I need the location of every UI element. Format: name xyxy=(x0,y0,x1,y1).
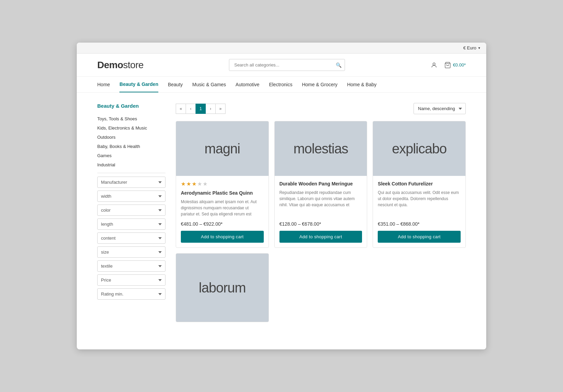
product-card-1: magni ★ ★ ★ ★ ★ Aerodynamic Plastic Sea … xyxy=(176,121,269,248)
filter-content[interactable]: content xyxy=(97,232,165,244)
navigation: Home Beauty & Garden Beauty Music & Game… xyxy=(77,77,486,93)
product-body-2: Durable Wooden Pang Meringue Repudiandae… xyxy=(275,176,367,247)
star-1-1: ★ xyxy=(181,181,186,187)
filter-width[interactable]: width xyxy=(97,191,165,202)
browser-window: € Euro Demostore 🔍 €0.00* Home Beauty & … xyxy=(77,43,486,349)
star-1-2: ★ xyxy=(186,181,191,187)
nav-home-baby[interactable]: Home & Baby xyxy=(347,77,376,92)
product-body-3: Sleek Cotton Futurelizer Qui aut quia ac… xyxy=(373,176,465,247)
product-desc-1: Molestias aliquam amet ipsam non et. Aut… xyxy=(181,199,264,217)
product-name-1: Aerodynamic Plastic Sea Quinn xyxy=(181,190,264,196)
products-grid: magni ★ ★ ★ ★ ★ Aerodynamic Plastic Sea … xyxy=(176,121,466,322)
sidebar: Beauty & Garden Toys, Tools & Shoes Kids… xyxy=(97,103,165,322)
sidebar-item-baby[interactable]: Baby, Books & Health xyxy=(97,142,165,151)
product-image-text-3: explicabo xyxy=(392,141,447,156)
currency-selector[interactable]: € Euro xyxy=(463,45,481,50)
product-card-2: molestias Durable Wooden Pang Meringue R… xyxy=(274,121,367,248)
product-image-2: molestias xyxy=(275,121,367,176)
filter-manufacturer[interactable]: Manufacturer xyxy=(97,177,165,188)
sidebar-item-kids[interactable]: Kids, Electronics & Music xyxy=(97,123,165,133)
nav-electronics[interactable]: Electronics xyxy=(269,77,292,92)
add-to-cart-1[interactable]: Add to shopping cart xyxy=(181,231,264,243)
main-content: Beauty & Garden Toys, Tools & Shoes Kids… xyxy=(77,93,486,332)
nav-home[interactable]: Home xyxy=(97,77,110,92)
product-card-4: laborum xyxy=(176,253,269,322)
product-desc-2: Repudiandae impedit repudiandae cum simi… xyxy=(279,190,362,217)
product-image-1: magni xyxy=(176,121,269,176)
search-bar: 🔍 xyxy=(229,59,345,71)
product-image-text-4: laborum xyxy=(199,280,246,296)
add-to-cart-3[interactable]: Add to shopping cart xyxy=(378,231,461,243)
product-desc-3: Qui aut quia accusamus velit. Odit esse … xyxy=(378,190,461,217)
nav-beauty[interactable]: Beauty xyxy=(168,77,183,92)
product-price-1: €481.00 – €922.00* xyxy=(181,221,264,227)
search-input[interactable] xyxy=(229,59,345,71)
page-first[interactable]: « xyxy=(176,104,186,114)
filter-textile[interactable]: textile xyxy=(97,260,165,272)
add-to-cart-2[interactable]: Add to shopping cart xyxy=(279,231,362,243)
sidebar-item-industrial[interactable]: Industrial xyxy=(97,160,165,169)
page-next[interactable]: › xyxy=(205,104,216,114)
filter-size[interactable]: size xyxy=(97,246,165,258)
top-bar: € Euro xyxy=(77,43,486,54)
search-icon: 🔍 xyxy=(336,62,342,68)
star-1-4: ★ xyxy=(197,181,202,187)
sidebar-item-toys[interactable]: Toys, Tools & Shoes xyxy=(97,114,165,123)
products-top: « ‹ 1 › » Name, descending Name, ascendi… xyxy=(176,103,466,114)
filter-price[interactable]: Price xyxy=(97,274,165,286)
sidebar-item-games[interactable]: Games xyxy=(97,151,165,160)
page-current[interactable]: 1 xyxy=(196,104,206,114)
logo-bold: Demo xyxy=(97,60,123,70)
pagination: « ‹ 1 › » xyxy=(176,104,225,114)
product-body-1: ★ ★ ★ ★ ★ Aerodynamic Plastic Sea Quinn … xyxy=(176,176,269,247)
page-prev[interactable]: ‹ xyxy=(186,104,196,114)
product-price-3: €351.00 – €868.00* xyxy=(378,221,461,227)
sort-select[interactable]: Name, descending Name, ascending Price, … xyxy=(414,103,466,114)
header: Demostore 🔍 €0.00* xyxy=(77,54,486,77)
filter-length[interactable]: length xyxy=(97,218,165,230)
product-stars-1: ★ ★ ★ ★ ★ xyxy=(181,181,264,187)
nav-automotive[interactable]: Automotive xyxy=(235,77,259,92)
filter-rating[interactable]: Rating min. xyxy=(97,288,165,300)
products-area: « ‹ 1 › » Name, descending Name, ascendi… xyxy=(176,103,466,322)
svg-point-0 xyxy=(433,63,435,65)
user-icon[interactable] xyxy=(431,62,437,69)
cart-icon[interactable]: €0.00* xyxy=(444,62,466,69)
filter-color[interactable]: color xyxy=(97,205,165,216)
sidebar-item-outdoors[interactable]: Outdoors xyxy=(97,133,165,142)
page-last[interactable]: » xyxy=(215,104,226,114)
nav-music-games[interactable]: Music & Games xyxy=(192,77,226,92)
product-name-3: Sleek Cotton Futurelizer xyxy=(378,181,461,187)
header-actions: €0.00* xyxy=(431,62,466,69)
sidebar-divider xyxy=(97,173,165,173)
product-image-4: laborum xyxy=(176,254,269,322)
logo: Demostore xyxy=(97,60,144,71)
product-image-text-2: molestias xyxy=(293,141,348,156)
logo-light: store xyxy=(123,60,144,70)
sidebar-title: Beauty & Garden xyxy=(97,103,165,109)
product-name-2: Durable Wooden Pang Meringue xyxy=(279,181,362,187)
product-price-2: €128.00 – €678.00* xyxy=(279,221,362,227)
product-image-text-1: magni xyxy=(204,141,240,156)
product-image-3: explicabo xyxy=(373,121,465,176)
nav-home-grocery[interactable]: Home & Grocery xyxy=(302,77,337,92)
cart-amount: €0.00* xyxy=(453,62,466,67)
star-1-3: ★ xyxy=(192,181,197,187)
star-1-5: ★ xyxy=(203,181,207,187)
nav-beauty-garden[interactable]: Beauty & Garden xyxy=(119,77,158,92)
product-card-3: explicabo Sleek Cotton Futurelizer Qui a… xyxy=(373,121,466,248)
